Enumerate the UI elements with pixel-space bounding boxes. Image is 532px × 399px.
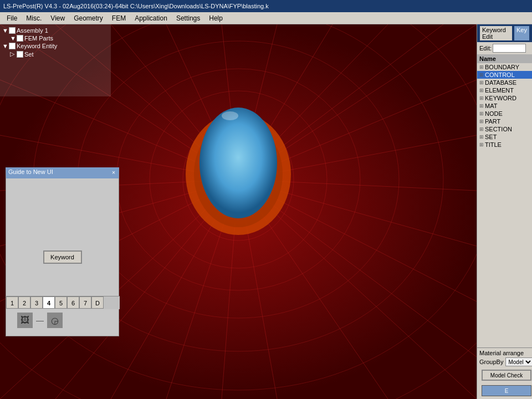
menu-fem[interactable]: FEM [108,13,130,23]
kw-item-label: ELEMENT [485,87,514,94]
menu-settings[interactable]: Settings [172,13,204,23]
kw-item-label: BOUNDARY [485,64,519,70]
menu-misc[interactable]: Misc. [22,13,46,23]
page-tabs: 1 2 3 4 5 6 7 D [6,296,120,309]
keyword-item-database[interactable]: ⊞DATABASE [477,79,532,86]
expand-icon2: ▼ [10,35,17,42]
kw-expand-icon: ⊞ [479,103,484,109]
keyword-item-mat[interactable]: ⊞MAT [477,102,532,110]
title-text: LS-PrePost(R) V4.3 - 02Aug2016(03:24)-64… [3,3,269,9]
edit-label: Edit: [479,45,492,52]
menu-bar: File Misc. View Geometry FEM Application… [0,12,532,24]
kw-item-label: SET [485,134,497,140]
tree-item-keyword-entity[interactable]: ▼ Keyword Entity [2,42,109,50]
groupby-select[interactable]: Model [505,357,532,366]
keyword-manager-header: Keyword Edit Key [477,24,532,42]
kw-expand-icon: ⊞ [479,119,484,124]
groupby-label: GroupBy [479,359,503,365]
check-set[interactable] [17,51,23,58]
guide-title: Guide to New UI [8,168,53,175]
femparts-label: FEM Parts [24,35,53,42]
kw-item-label: CONTROL [485,71,515,78]
menu-file[interactable]: File [2,13,22,23]
menu-view[interactable]: View [46,13,69,23]
page-tab-3[interactable]: 3 [30,296,43,309]
check-femparts[interactable] [17,35,23,42]
guide-icon-1[interactable]: 🖼 [17,313,33,328]
kw-expand-icon: ⊞ [479,64,484,70]
viewport-panel: ▼ Assembly 1 ▼ FEM Parts ▼ Keyword Entit… [0,24,477,399]
keyword-bottom-button[interactable]: E [482,385,531,396]
keyword-list: ⊞BOUNDARY⊞CONTROL⊞DATABASE⊞ELEMENT⊞KEYWO… [477,63,532,347]
keyword-item-title[interactable]: ⊞TITLE [477,141,532,149]
kw-expand-icon: ⊞ [479,126,484,132]
kw-expand-icon: ⊞ [479,142,484,147]
svg-point-41 [200,108,277,218]
keyword-key-tab[interactable]: Key [514,26,529,40]
expand-icon4: ▷ [10,50,17,58]
keyword-manager-panel: Keyword Edit Key Edit: Name ⊞BOUNDARY⊞CO… [477,24,532,399]
page-tab-1[interactable]: 1 [6,296,18,309]
kw-expand-icon: ⊞ [479,95,484,101]
keyword-edit-tab[interactable]: Keyword Edit [480,26,512,40]
tree-panel: ▼ Assembly 1 ▼ FEM Parts ▼ Keyword Entit… [0,24,111,96]
kw-item-label: KEYWORD [485,95,516,101]
model-check-button[interactable]: Model Check [482,370,531,381]
page-tab-5[interactable]: 5 [55,296,67,309]
tree-item-set[interactable]: ▷ Set [2,50,109,58]
kw-expand-icon: ⊞ [479,111,484,116]
keyword-item-keyword[interactable]: ⊞KEYWORD [477,94,532,102]
keyword-item-control[interactable]: ⊞CONTROL [477,71,532,79]
check-kwentity[interactable] [9,43,16,49]
guide-icons: 🖼 — ◶ [6,310,120,330]
kw-item-label: DATABASE [485,79,516,86]
page-tab-d[interactable]: D [91,296,104,309]
kw-item-label: SECTION [485,126,512,132]
keyword-edit-input[interactable] [493,44,526,53]
page-tab-7[interactable]: 7 [79,296,91,309]
check-assembly1[interactable] [9,27,16,34]
keyword-item-set[interactable]: ⊞SET [477,133,532,141]
menu-application[interactable]: Application [130,13,172,23]
keyword-item-part[interactable]: ⊞PART [477,117,532,125]
tree-item-femparts[interactable]: ▼ FEM Parts [2,34,109,42]
guide-icon-sep: — [36,316,44,325]
svg-point-42 [222,111,238,120]
kw-item-label: NODE [485,110,503,117]
page-tab-4[interactable]: 4 [43,296,55,309]
menu-geometry[interactable]: Geometry [69,13,108,23]
keyword-name-header: Name [477,54,532,63]
material-arrange-label: Material arrange [479,350,530,356]
set-label: Set [24,51,34,58]
guide-icon-2[interactable]: ◶ [47,313,63,328]
kwentity-label: Keyword Entity [17,43,57,49]
assembly1-label: Assembly 1 [17,27,48,34]
title-bar: LS-PrePost(R) V4.3 - 02Aug2016(03:24)-64… [0,0,532,12]
material-arrange-section: Material arrange GroupBy Model Model Che… [477,347,532,399]
keyword-item-element[interactable]: ⊞ELEMENT [477,86,532,94]
expand-icon3: ▼ [2,43,9,49]
page-tab-2[interactable]: 2 [18,296,30,309]
menu-help[interactable]: Help [204,13,227,23]
groupby-row: GroupBy Model [479,356,530,367]
kw-item-label: TITLE [485,141,502,148]
keyword-item-node[interactable]: ⊞NODE [477,110,532,117]
tree-item-assembly1[interactable]: ▼ Assembly 1 [2,27,109,34]
main-layout: ▼ Assembly 1 ▼ FEM Parts ▼ Keyword Entit… [0,24,532,399]
guide-dialog: Guide to New UI × Keyword 1 2 3 4 5 6 7 … [6,167,119,336]
guide-close-button[interactable]: × [110,168,117,176]
page-tab-6[interactable]: 6 [67,296,79,309]
keyword-item-boundary[interactable]: ⊞BOUNDARY [477,63,532,71]
keyword-item-section[interactable]: ⊞SECTION [477,125,532,133]
kw-expand-icon: ⊞ [479,88,484,93]
keyword-edit-row: Edit: [477,42,532,54]
expand-icon: ▼ [2,27,9,34]
keyword-button[interactable]: Keyword [43,250,82,264]
kw-item-label: MAT [485,103,497,109]
kw-expand-icon: ⊞ [479,72,484,78]
kw-expand-icon: ⊞ [479,80,484,85]
kw-expand-icon: ⊞ [479,134,484,140]
kw-item-label: PART [485,118,500,125]
